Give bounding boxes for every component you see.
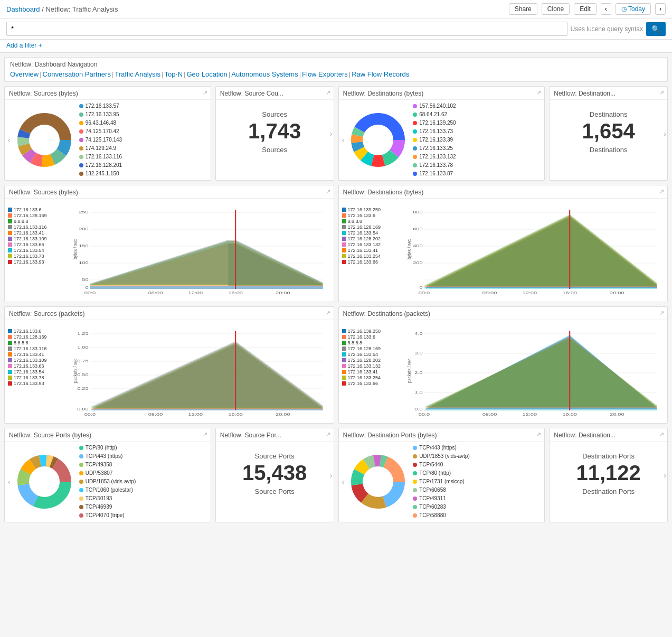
share-button[interactable]: Share [509,3,537,15]
legend-color [79,155,83,159]
legend-item: 172.16.133.39 [413,136,456,144]
scroll-left-src-ports[interactable]: ‹ [8,477,11,486]
expand-dest-pkts-chart[interactable]: ↗ [659,310,664,316]
nav-sep: | [112,70,113,78]
scroll-right-src-ports-count[interactable]: › [330,471,333,480]
destination-ports-count-body: Destination Ports 11,122 Destination Por… [550,442,667,506]
scroll-right-dest-ports-count[interactable]: › [664,471,666,480]
legend-item: 157.56.240.102 [413,102,456,110]
chart-legend-label: 172.16.133.132 [348,242,381,247]
chart-legend-label: 172.16.133.109 [14,358,47,363]
sources-count-body: Sources 1,743 Sources [216,100,334,164]
dashboard: Netflow: Sources (bytes) ↗ ‹ [0,86,672,531]
expand-sources-count[interactable]: ↗ [326,89,330,96]
legend-color [413,163,417,167]
add-filter-link[interactable]: Add a filter + [6,42,42,49]
search-hint: Uses lucene query syntax [571,25,643,33]
scroll-left-dest-ports[interactable]: ‹ [342,477,345,486]
nav-link-traffic-analysis[interactable]: Traffic Analysis [115,70,160,78]
legend-item: UDP/1853 (vids-avtp) [79,477,136,486]
search-bar: Uses lucene query syntax 🔍 [0,18,672,40]
chart-legend-color [342,364,346,368]
search-input[interactable] [6,22,567,36]
destinations-count-panel: Netflow: Destination... ↗ › Destinations… [549,86,668,181]
chart-legend-color [342,225,346,229]
row-2: Netflow: Sources (bytes) ↗ 172.16.133.61… [4,185,668,302]
legend-color [79,505,83,509]
chart-legend-label: 172.16.133.93 [14,259,44,265]
svg-text:08:00: 08:00 [148,291,163,295]
chart-legend-label: 172.16.139.250 [348,329,381,334]
destinations-bytes-donut-body: ‹ 157.56.240.10268.64. [339,100,545,180]
source-ports-count-panel: Netflow: Source Por... ↗ › Source Ports … [215,428,334,522]
chart-legend-color [8,346,12,351]
clone-button[interactable]: Clone [542,3,570,15]
nav-sep: | [299,70,301,78]
chart-legend-item: 172.16.133.66 [8,363,66,369]
dest-pkts-svg: packets / sec 4.0 3.0 2.0 1.0 0.0 [402,323,665,420]
chart-legend-item: 172.16.133.132 [342,363,400,369]
today-button[interactable]: ◷ Today [616,3,651,15]
expand-dest-bytes-chart[interactable]: ↗ [659,188,664,195]
legend-color [413,172,417,176]
legend-label: 157.56.240.102 [419,102,456,110]
expand-src-ports-donut[interactable]: ↗ [203,431,207,438]
nav-link-conversation-partners[interactable]: Conversation Partners [43,70,111,78]
nav-link-flow-exporters[interactable]: Flow Exporters [302,70,348,78]
chart-legend-item: 172.16.133.116 [8,224,66,230]
sources-packets-chart-title: Netflow: Sources (packets) [5,307,334,320]
scroll-left-dest[interactable]: ‹ [342,136,345,144]
search-button[interactable]: 🔍 [646,22,666,36]
legend-item: 172.16.139.250 [413,119,456,127]
nav-link-autonomous-systems[interactable]: Autonomous Systems [231,70,298,78]
expand-icon[interactable]: ↗ [203,89,207,96]
expand-src-ports-count[interactable]: ↗ [326,431,330,438]
chart-legend-item: 172.16.133.66 [342,259,400,265]
next-arrow[interactable]: › [655,3,666,15]
prev-arrow[interactable]: ‹ [601,3,611,15]
sources-bytes-donut-title: Netflow: Sources (bytes) [5,87,211,100]
legend-label: 172.16.133.132 [419,153,456,161]
chart-legend-label: 172.16.133.41 [348,369,378,374]
legend-label: TCP/46939 [86,503,112,511]
edit-button[interactable]: Edit [574,3,597,15]
sources-count-value: 1,743 [248,120,301,142]
legend-label: 172.16.133.73 [419,127,453,136]
breadcrumb-home[interactable]: Dashboard [6,5,40,13]
scroll-right-dest-count[interactable]: › [664,129,666,138]
legend-item: TCP/80 (http) [79,444,136,452]
chart-legend-label: 172.16.133.116 [14,346,47,351]
chart-legend-item: 172.16.128.169 [8,213,66,218]
expand-dest-ports-count[interactable]: ↗ [659,431,664,438]
expand-src-pkts-chart[interactable]: ↗ [326,310,330,316]
destinations-donut-chart [346,108,410,172]
expand-dest-donut[interactable]: ↗ [536,89,541,96]
svg-text:00:0: 00:0 [418,412,429,417]
svg-text:1.0: 1.0 [414,390,422,395]
scroll-left[interactable]: ‹ [8,136,11,144]
scroll-right-count[interactable]: › [330,129,333,138]
expand-dest-ports-donut[interactable]: ↗ [536,431,541,438]
src-bytes-svg-col: bytes / sec 250 200 150 100 [68,202,330,298]
nav-link-raw-flow-records[interactable]: Raw Flow Records [352,70,409,78]
chart-legend-item: 172.16.133.54 [342,230,400,236]
legend-label: TCP/5440 [419,461,443,469]
breadcrumb-current: Netflow: Traffic Analysis [45,5,118,13]
chart-legend-item: 172.16.133.6 [8,329,66,334]
svg-text:bytes / sec: bytes / sec [405,239,412,259]
svg-text:12:00: 12:00 [522,412,537,417]
nav-link-overview[interactable]: Overview [10,70,39,78]
chart-legend-label: 172.16.133.6 [14,207,42,212]
legend-item: TCP/58880 [413,511,470,520]
chart-legend-color [342,341,346,345]
chart-legend-color [8,213,12,218]
row-3: Netflow: Sources (packets) ↗ 172.16.133.… [4,306,668,424]
nav-link-geo-location[interactable]: Geo Location [186,70,227,78]
expand-src-bytes-chart[interactable]: ↗ [326,188,330,195]
svg-text:0.50: 0.50 [77,372,88,377]
chart-legend-item: 172.16.133.41 [342,248,400,253]
chart-legend-color [342,260,346,264]
chart-legend-color [8,237,12,241]
expand-dest-count[interactable]: ↗ [659,89,664,96]
nav-link-top-n[interactable]: Top-N [164,70,183,78]
